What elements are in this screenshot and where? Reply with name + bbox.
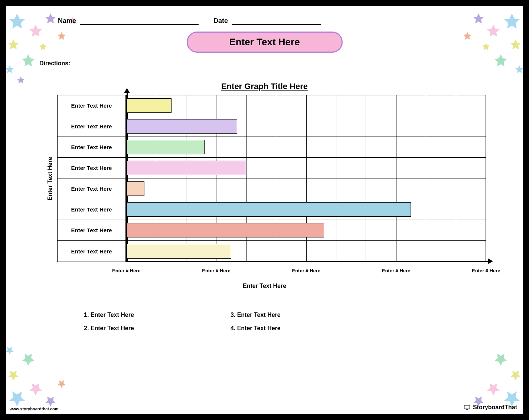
- chart-row: Enter Text Here: [58, 178, 486, 199]
- chart-title[interactable]: Enter Graph Title Here: [43, 82, 486, 91]
- footer-brand: StoryboardThat: [463, 404, 517, 411]
- name-label: Name: [58, 17, 76, 25]
- bar-cell: [127, 178, 486, 199]
- category-label[interactable]: Enter Text Here: [58, 158, 127, 178]
- bar-cell: [127, 220, 486, 240]
- category-label[interactable]: Enter Text Here: [58, 199, 127, 220]
- category-label[interactable]: Enter Text Here: [58, 178, 127, 199]
- bar-cell: [127, 158, 486, 178]
- date-label: Date: [213, 17, 228, 25]
- x-axis-label[interactable]: Enter Text Here: [43, 283, 486, 289]
- chart-row: Enter Text Here: [58, 241, 486, 262]
- chart-row: Enter Text Here: [58, 116, 486, 137]
- bar-cell: [127, 241, 486, 262]
- storyboard-logo-icon: [463, 404, 471, 411]
- chart-row: Enter Text Here: [58, 137, 486, 158]
- bar-cell: [127, 95, 486, 116]
- question-1[interactable]: 1. Enter Text Here: [84, 312, 134, 318]
- name-input-line[interactable]: [80, 18, 199, 25]
- questions-section: 1. Enter Text Here 2. Enter Text Here 3.…: [84, 312, 501, 338]
- chart-row: Enter Text Here: [58, 158, 486, 178]
- bar-cell: [127, 199, 486, 220]
- bar: [127, 119, 237, 134]
- bar: [127, 202, 411, 217]
- worksheet-page: Name Date Enter Text Here Directions: En…: [6, 6, 523, 414]
- question-3[interactable]: 3. Enter Text Here: [231, 312, 281, 318]
- svg-rect-1: [464, 406, 469, 408]
- x-axis-ticks: Enter # HereEnter # HereEnter # HereEnte…: [112, 268, 486, 275]
- bar: [127, 244, 231, 258]
- footer-url: www.storyboardthat.com: [10, 407, 59, 411]
- header-fields: Name Date: [58, 17, 471, 25]
- question-column-2: 3. Enter Text Here 4. Enter Text Here: [231, 312, 281, 338]
- bar: [127, 161, 246, 175]
- bar: [127, 223, 324, 237]
- question-column-1: 1. Enter Text Here 2. Enter Text Here: [84, 312, 134, 338]
- bar-cell: [127, 137, 486, 157]
- category-label[interactable]: Enter Text Here: [58, 220, 127, 240]
- bar: [127, 98, 172, 113]
- bar: [127, 181, 144, 196]
- bar: [127, 140, 205, 154]
- name-field[interactable]: Name: [58, 17, 199, 25]
- chart-row: Enter Text Here: [58, 95, 486, 116]
- title-input[interactable]: Enter Text Here: [187, 32, 343, 53]
- category-label[interactable]: Enter Text Here: [58, 95, 127, 116]
- directions-label: Directions:: [39, 60, 501, 67]
- category-label[interactable]: Enter Text Here: [58, 137, 127, 157]
- y-axis-label[interactable]: Enter Text Here: [43, 95, 57, 262]
- date-input-line[interactable]: [232, 18, 321, 25]
- chart-row: Enter Text Here: [58, 220, 486, 241]
- question-2[interactable]: 2. Enter Text Here: [84, 325, 134, 332]
- chart-grid: Enter Text HereEnter Text HereEnter Text…: [57, 95, 486, 262]
- svg-rect-2: [466, 409, 468, 410]
- footer-brand-text: StoryboardThat: [473, 404, 517, 411]
- chart-container: Enter Graph Title Here Enter Text Here E…: [43, 82, 486, 289]
- date-field[interactable]: Date: [213, 17, 321, 25]
- category-label[interactable]: Enter Text Here: [58, 241, 127, 262]
- chart-row: Enter Text Here: [58, 199, 486, 220]
- category-label[interactable]: Enter Text Here: [58, 116, 127, 137]
- bar-cell: [127, 116, 486, 137]
- question-4[interactable]: 4. Enter Text Here: [231, 325, 281, 332]
